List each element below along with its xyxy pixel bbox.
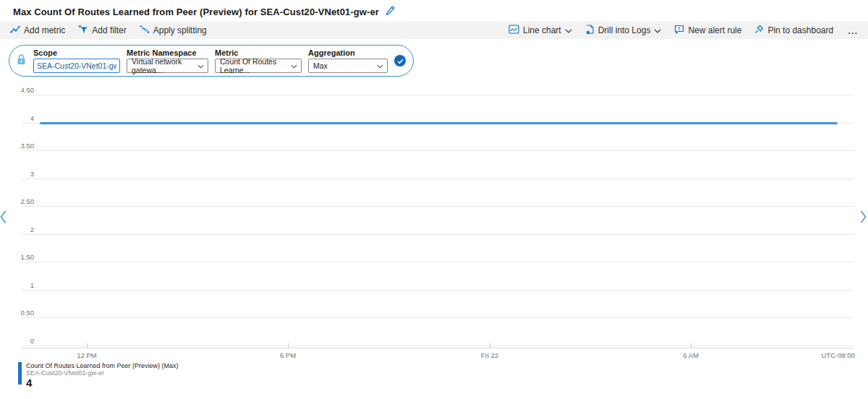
- drill-into-logs-dropdown[interactable]: Drill into Logs: [585, 25, 662, 37]
- legend-series-name: Count Of Routes Learned from Peer (Previ…: [26, 362, 179, 369]
- y-axis-tick-label: 1: [15, 281, 34, 289]
- more-options-button[interactable]: ...: [846, 25, 859, 36]
- metric-label: Metric: [215, 48, 302, 57]
- chart-type-label: Line chart: [523, 25, 561, 35]
- line-chart-icon: [509, 25, 519, 36]
- legend-text: Count Of Routes Learned from Peer (Previ…: [26, 362, 179, 388]
- metric-value: Count Of Routes Learne...: [220, 57, 286, 74]
- drill-logs-label: Drill into Logs: [598, 25, 651, 35]
- apply-splitting-icon: [140, 25, 150, 36]
- chevron-down-icon: [654, 25, 661, 35]
- y-axis-tick-label: 2.50: [15, 197, 34, 205]
- y-axis-tick-label: 1.50: [15, 253, 34, 261]
- legend-item[interactable]: Count Of Routes Learned from Peer (Previ…: [18, 362, 179, 388]
- lock-icon: [16, 53, 27, 69]
- pin-to-dashboard-label: Pin to dashboard: [767, 25, 833, 35]
- x-axis-tickmark: [87, 343, 88, 348]
- namespace-value: Virtual network gatewa...: [132, 57, 193, 74]
- chevron-down-icon: [291, 61, 297, 70]
- legend-color-bar: [18, 362, 22, 385]
- x-axis-tick-label: 12 PM: [65, 351, 109, 359]
- x-axis-tick-label: 6 AM: [669, 351, 712, 359]
- gridline: [22, 346, 854, 346]
- x-axis-tickmark: [691, 343, 692, 348]
- pencil-icon: [385, 5, 395, 18]
- metric-field: Metric Count Of Routes Learne...: [215, 48, 302, 73]
- pin-icon: [754, 25, 764, 36]
- chart-toolbar: Add metric Add filter Apply splitting: [0, 22, 868, 39]
- metric-select[interactable]: Count Of Routes Learne...: [215, 59, 302, 73]
- x-axis-line: [22, 348, 854, 348]
- legend-resource-name: SEA-Cust20-VNet01-gw-er: [26, 369, 179, 377]
- add-filter-icon: [78, 25, 88, 36]
- metric-series-line[interactable]: [40, 122, 838, 124]
- x-axis-tickmark: [490, 343, 490, 348]
- add-metric-button[interactable]: Add metric: [10, 25, 65, 36]
- legend-value: 4: [26, 377, 179, 388]
- x-axis-tick-label: 6 PM: [266, 351, 310, 359]
- add-metric-label: Add metric: [24, 25, 65, 35]
- namespace-label: Metric Namespace: [127, 48, 208, 57]
- toolbar-right-group: Line chart Drill into Logs: [509, 25, 859, 37]
- metric-selector-bar: Scope Metric Namespace Virtual network g…: [9, 45, 414, 77]
- x-axis-tickmark: [288, 343, 289, 348]
- page-title: Max Count Of Routes Learned from Peer (P…: [13, 7, 379, 17]
- chart-type-dropdown[interactable]: Line chart: [509, 25, 572, 36]
- y-axis-tick-label: 0.50: [15, 309, 34, 317]
- scope-field: Scope: [33, 48, 120, 73]
- alert-rule-icon: [674, 25, 684, 36]
- y-axis-tick-label: 3.50: [15, 142, 34, 150]
- add-filter-button[interactable]: Add filter: [78, 25, 126, 36]
- namespace-select[interactable]: Virtual network gatewa...: [127, 59, 208, 73]
- new-alert-rule-button[interactable]: New alert rule: [674, 25, 741, 36]
- time-forward-button[interactable]: [860, 210, 867, 227]
- apply-splitting-label: Apply splitting: [153, 25, 207, 35]
- aggregation-label: Aggregation: [308, 48, 388, 57]
- timezone-label: UTC-08:00: [822, 351, 855, 359]
- time-back-button[interactable]: [0, 210, 7, 227]
- toolbar-left-group: Add metric Add filter Apply splitting: [10, 25, 207, 36]
- apply-splitting-button[interactable]: Apply splitting: [140, 25, 207, 36]
- chevron-left-icon: [0, 210, 7, 227]
- gridline: [22, 290, 854, 291]
- chevron-down-icon: [197, 61, 204, 70]
- aggregation-value: Max: [313, 61, 328, 70]
- gridline: [22, 179, 854, 179]
- y-axis-tick-label: 2: [15, 226, 34, 233]
- scope-input[interactable]: [33, 59, 120, 73]
- gridline: [22, 262, 854, 262]
- new-alert-rule-label: New alert rule: [688, 25, 741, 35]
- y-axis-tick-label: 4.50: [15, 86, 34, 94]
- y-axis-tick-label: 0: [15, 337, 34, 345]
- edit-title-button[interactable]: [385, 5, 395, 18]
- check-icon: [397, 54, 404, 67]
- drill-logs-icon: [585, 25, 595, 37]
- y-axis-tick-label: 4: [15, 114, 34, 122]
- gridline: [22, 206, 854, 207]
- gridline: [22, 150, 854, 151]
- chevron-down-icon: [377, 61, 383, 70]
- y-axis-tick-label: 3: [15, 170, 34, 178]
- chevron-down-icon: [565, 25, 572, 35]
- x-axis-tick-label: Fri 22: [468, 351, 511, 359]
- chart-plot-area[interactable]: 4.5043.5032.5021.5010.50012 PM6 PMFri 22…: [0, 85, 868, 360]
- scope-label: Scope: [33, 48, 120, 57]
- pin-to-dashboard-button[interactable]: Pin to dashboard: [754, 25, 833, 36]
- aggregation-select[interactable]: Max: [308, 59, 388, 73]
- gridline: [22, 317, 854, 318]
- add-filter-label: Add filter: [92, 25, 126, 35]
- add-metric-icon: [10, 25, 20, 36]
- apply-metric-button[interactable]: [394, 55, 406, 66]
- chevron-right-icon: [860, 210, 867, 227]
- namespace-field: Metric Namespace Virtual network gatewa.…: [127, 48, 208, 73]
- aggregation-field: Aggregation Max: [308, 48, 388, 73]
- chart-header: Max Count Of Routes Learned from Peer (P…: [0, 0, 868, 22]
- gridline: [22, 234, 854, 235]
- gridline: [22, 95, 854, 95]
